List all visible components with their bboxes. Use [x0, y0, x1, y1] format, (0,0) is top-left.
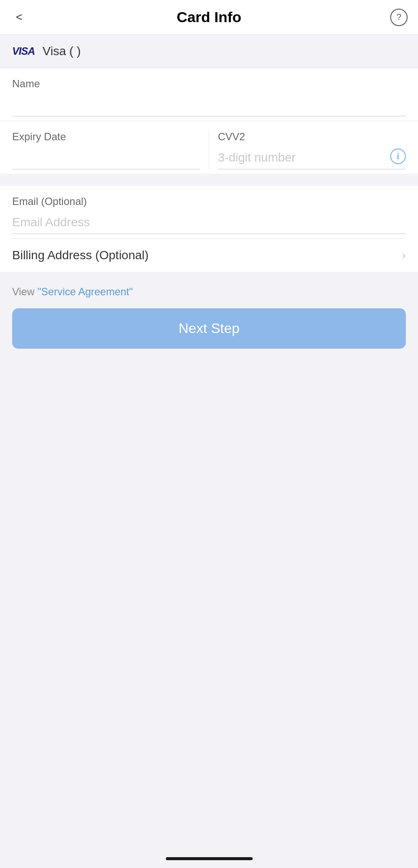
name-input[interactable] [12, 94, 406, 116]
bottom-section: View "Service Agreement" Next Step [0, 272, 418, 361]
expiry-cvv-row: Expiry Date CVV2 i [12, 121, 406, 174]
expiry-date-col: Expiry Date [12, 131, 209, 169]
header: < Card Info ? [0, 0, 418, 35]
help-icon: ? [396, 12, 401, 22]
optional-section: Email (Optional) Billing Address (Option… [0, 186, 418, 272]
agreement-prefix: View [12, 286, 37, 297]
billing-label: Billing Address (Optional) [12, 248, 148, 262]
agreement-link[interactable]: "Service Agreement" [37, 286, 133, 297]
card-banner: VISA Visa ( ) [0, 35, 418, 68]
help-button[interactable]: ? [390, 9, 408, 26]
back-button[interactable]: < [10, 9, 28, 26]
page-title: Card Info [28, 9, 390, 26]
cvv2-input[interactable] [218, 147, 406, 169]
visa-logo: VISA [12, 45, 35, 57]
name-field-group: Name [12, 68, 406, 121]
cvv2-col: CVV2 i [209, 131, 406, 169]
form-section: Name Expiry Date CVV2 i [0, 68, 418, 174]
email-input[interactable] [12, 212, 406, 234]
cvv2-info-icon[interactable]: i [390, 149, 406, 164]
section-spacer-1 [0, 174, 418, 186]
chevron-right-icon: › [402, 248, 406, 262]
expiry-label: Expiry Date [12, 131, 200, 143]
expiry-input[interactable] [12, 147, 200, 169]
billing-address-row[interactable]: Billing Address (Optional) › [12, 238, 406, 272]
next-step-button[interactable]: Next Step [12, 308, 406, 349]
email-field-group: Email (Optional) [12, 186, 406, 238]
home-indicator [166, 857, 253, 860]
cvv2-label: CVV2 [218, 131, 406, 143]
email-label: Email (Optional) [12, 195, 406, 208]
visa-card-text: Visa ( ) [43, 44, 81, 58]
name-label: Name [12, 78, 406, 90]
agreement-text: View "Service Agreement" [12, 286, 406, 298]
back-icon: < [16, 10, 22, 24]
